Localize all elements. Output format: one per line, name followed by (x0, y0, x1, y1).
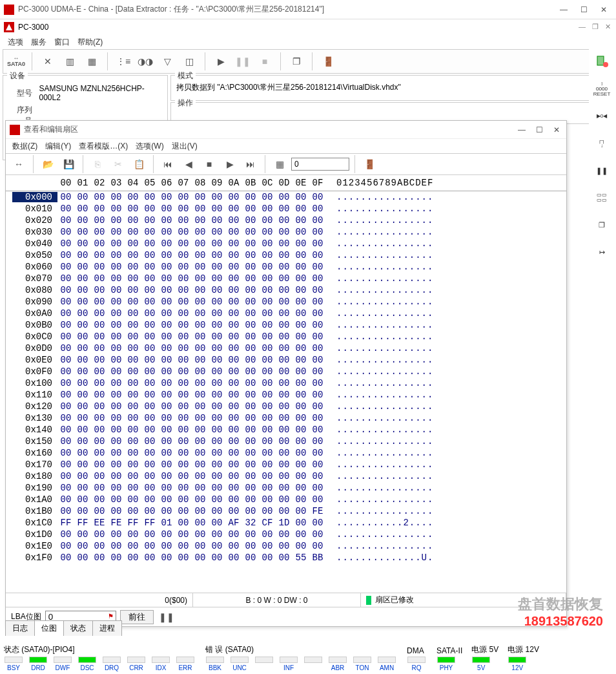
hex-row[interactable]: 0x1F0000000000000000000000000000055BB...… (12, 552, 566, 563)
pause-side-icon[interactable]: ❚❚ (593, 162, 611, 180)
pause-button[interactable]: ❚❚ (234, 52, 252, 70)
hex-ascii[interactable]: ................ (326, 215, 433, 226)
funnel-icon[interactable]: ▽ (158, 52, 176, 70)
hex-row[interactable]: 0x09000000000000000000000000000000000...… (12, 296, 566, 308)
percent-icon[interactable]: ▦ (83, 52, 101, 70)
hex-bytes[interactable]: 00000000000000000000000000000000 (57, 529, 326, 540)
hex-row[interactable]: 0x08000000000000000000000000000000000...… (12, 284, 566, 296)
hex-row[interactable]: 0x00000000000000000000000000000000000...… (12, 191, 566, 203)
hex-bytes[interactable]: 00000000000000000000000000000000 (57, 541, 326, 551)
tab-process[interactable]: 进程 (92, 620, 122, 636)
mdi-restore-button[interactable]: ❐ (592, 23, 599, 31)
reset-icon[interactable]: ↕0000RESET (593, 80, 611, 98)
hex-open-icon[interactable]: 📂 (39, 155, 57, 173)
hex-ascii[interactable]: ...........2.... (326, 518, 433, 528)
close-button[interactable]: ✕ (601, 5, 607, 14)
go-button[interactable]: 前往 (120, 610, 154, 624)
hex-ascii[interactable]: ................ (326, 355, 433, 365)
hex-bytes[interactable]: 00000000000000000000000000000000 (57, 483, 326, 493)
hex-ascii[interactable]: ................ (326, 401, 433, 412)
maximize-button[interactable]: ☐ (580, 5, 588, 14)
hex-bytes[interactable]: 00000000000000000000000000000000 (57, 250, 326, 260)
hex-menu-edit[interactable]: 编辑(Y) (45, 141, 71, 152)
hex-row[interactable]: 0x0E000000000000000000000000000000000...… (12, 354, 566, 366)
hex-row[interactable]: 0x06000000000000000000000000000000000...… (12, 261, 566, 273)
hex-row[interactable]: 0x1A000000000000000000000000000000000...… (12, 494, 566, 505)
hex-row[interactable]: 0x0D000000000000000000000000000000000...… (12, 342, 566, 354)
zero-icon[interactable]: ▶0◀ (593, 107, 611, 125)
hex-ascii[interactable]: ................ (326, 297, 433, 307)
hex-row[interactable]: 0x0A000000000000000000000000000000000...… (12, 308, 566, 319)
hex-ascii[interactable]: ................ (326, 413, 433, 423)
hex-stop-icon[interactable]: ■ (200, 155, 218, 173)
hex-next-icon[interactable]: ▶ (221, 155, 239, 173)
hex-bytes[interactable]: 00000000000000000000000000000000 (57, 227, 326, 237)
hex-row[interactable]: 0x19000000000000000000000000000000000...… (12, 482, 566, 494)
hex-ascii[interactable]: ................ (326, 390, 433, 400)
hex-bytes[interactable]: 00000000000000000000000000000000 (57, 355, 326, 365)
hex-row[interactable]: 0x1C0FFFFEEFEFFFF01000000AF32CF1D0000...… (12, 517, 566, 529)
hex-ascii[interactable]: ................ (326, 308, 433, 319)
hex-ascii[interactable]: ..............U. (326, 553, 433, 563)
branch-icon[interactable]: ┌┐↓ (593, 134, 611, 153)
hex-first-icon[interactable]: ⏮ (159, 155, 177, 173)
hex-maximize-button[interactable]: ☐ (536, 125, 543, 134)
hex-bytes[interactable]: FFFFEEFEFFFF01000000AF32CF1D0000 (57, 518, 326, 528)
arrow-icon[interactable]: ↦ (593, 243, 611, 261)
hex-row[interactable]: 0x13000000000000000000000000000000000...… (12, 412, 566, 424)
hex-bytes[interactable]: 00000000000000000000000000000000 (57, 238, 326, 249)
hex-ascii[interactable]: ................ (326, 425, 433, 435)
hex-minimize-button[interactable]: — (518, 125, 526, 134)
hex-close-button[interactable]: ✕ (553, 125, 560, 134)
hex-row[interactable]: 0x07000000000000000000000000000000000...… (12, 273, 566, 284)
pause-bottom-icon[interactable]: ❚❚ (158, 608, 176, 626)
hex-ascii[interactable]: ................ (326, 262, 433, 272)
hex-bytes[interactable]: 00000000000000000000000000000000 (57, 343, 326, 353)
menu-options[interactable]: 选项 (8, 37, 23, 48)
hex-bytes[interactable]: 000000000000000000000000000000FE (57, 506, 326, 516)
sata-port-button[interactable]: ↔SATA0 (7, 52, 25, 70)
hex-ascii[interactable]: ................ (326, 238, 433, 249)
hex-ascii[interactable]: ................ (326, 494, 433, 505)
hex-last-icon[interactable]: ⏭ (241, 155, 260, 173)
hex-bytes[interactable]: 00000000000000000000000000000000 (57, 332, 326, 342)
hex-row[interactable]: 0x17000000000000000000000000000000000...… (12, 459, 566, 470)
hex-row[interactable]: 0x0F000000000000000000000000000000000...… (12, 366, 566, 377)
hex-ascii[interactable]: ................ (326, 506, 433, 516)
binoculars-icon[interactable]: ◑◑ (136, 52, 154, 70)
hex-row[interactable]: 0x11000000000000000000000000000000000...… (12, 389, 566, 401)
tab-bitmap[interactable]: 位图 (34, 620, 64, 636)
hex-bytes[interactable]: 000000000000000000000000000055BB (57, 553, 326, 563)
list-icon[interactable]: ⋮≡ (114, 52, 132, 70)
hex-save-icon[interactable]: 💾 (59, 155, 77, 173)
hex-ascii[interactable]: ................ (326, 204, 433, 214)
hex-row[interactable]: 0x05000000000000000000000000000000000...… (12, 249, 566, 261)
hex-ascii[interactable]: ................ (326, 227, 433, 237)
hex-bytes[interactable]: 00000000000000000000000000000000 (57, 378, 326, 388)
hex-rows[interactable]: 0x00000000000000000000000000000000000...… (6, 191, 566, 593)
hex-ascii[interactable]: ................ (326, 483, 433, 493)
hex-ascii[interactable]: ................ (326, 471, 433, 481)
hex-row[interactable]: 0x01000000000000000000000000000000000...… (12, 203, 566, 215)
hex-ascii[interactable]: ................ (326, 320, 433, 330)
hex-bytes[interactable]: 00000000000000000000000000000000 (57, 297, 326, 307)
exit-icon[interactable]: 🚪 (319, 52, 337, 70)
hex-bytes[interactable]: 00000000000000000000000000000000 (57, 273, 326, 284)
menu-service[interactable]: 服务 (31, 37, 46, 48)
hex-bytes[interactable]: 00000000000000000000000000000000 (57, 390, 326, 400)
minimize-button[interactable]: — (560, 5, 568, 14)
hex-grid-icon[interactable]: ▦ (271, 155, 289, 173)
hex-ascii[interactable]: ................ (326, 273, 433, 284)
tab-state[interactable]: 状态 (63, 620, 93, 636)
hex-row[interactable]: 0x14000000000000000000000000000000000...… (12, 424, 566, 436)
hex-row[interactable]: 0x16000000000000000000000000000000000...… (12, 447, 566, 459)
hex-ascii[interactable]: ................ (326, 459, 433, 470)
hex-row[interactable]: 0x1B0000000000000000000000000000000FE...… (12, 505, 566, 517)
hex-row[interactable]: 0x03000000000000000000000000000000000...… (12, 226, 566, 238)
hex-ascii[interactable]: ................ (326, 250, 433, 260)
hex-row[interactable]: 0x15000000000000000000000000000000000...… (12, 436, 566, 447)
hex-row[interactable]: 0x1E000000000000000000000000000000000...… (12, 540, 566, 552)
hex-row[interactable]: 0x18000000000000000000000000000000000...… (12, 470, 566, 482)
hex-prev-icon[interactable]: ◀ (180, 155, 198, 173)
db-icon[interactable]: ◫ (180, 52, 198, 70)
